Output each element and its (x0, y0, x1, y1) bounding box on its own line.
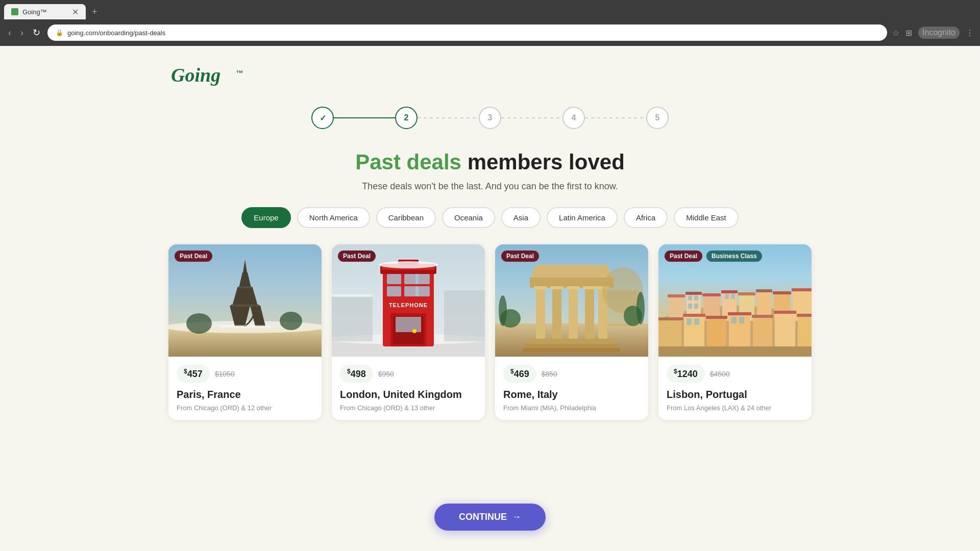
svg-rect-43 (552, 288, 561, 339)
deal-card-paris[interactable]: Past Deal $457 $1050 Paris, France From … (168, 244, 322, 420)
badge-past-deal-paris: Past Deal (175, 251, 212, 262)
svg-rect-86 (728, 312, 751, 315)
incognito-badge: Incognito (918, 27, 960, 39)
card-body-london: $498 $950 London, United Kingdom From Ch… (332, 357, 485, 420)
card-image-wrapper-rome: Past Deal (495, 244, 648, 357)
svg-rect-52 (528, 339, 615, 344)
filter-tab-caribbean[interactable]: Caribbean (376, 207, 436, 228)
logo: Going ™ (168, 61, 812, 91)
card-from-london: From Chicago (ORD) & 13 other (340, 404, 477, 412)
svg-rect-47 (534, 286, 547, 289)
svg-rect-25 (387, 286, 401, 296)
svg-rect-50 (583, 286, 596, 289)
progress-bar: ✓ 2 3 4 5 (168, 107, 812, 129)
svg-rect-94 (694, 295, 698, 300)
price-original-rome: $850 (542, 370, 557, 378)
svg-rect-92 (797, 314, 812, 317)
card-body-lisbon: $1240 $4500 Lisbon, Portugal From Los An… (658, 357, 812, 420)
continue-button[interactable]: CONTINUE → (434, 504, 546, 531)
address-bar[interactable]: 🔒 going.com/onboarding/past-deals (47, 24, 887, 41)
subtitle: These deals won't be the last. And you c… (168, 181, 812, 192)
svg-rect-54 (523, 348, 620, 352)
svg-rect-36 (444, 290, 485, 341)
continue-arrow: → (512, 512, 521, 522)
svg-rect-74 (756, 289, 772, 292)
continue-button-container: CONTINUE → (434, 504, 546, 531)
filter-tab-middle-east[interactable]: Middle East (674, 207, 738, 228)
price-original-london: $950 (378, 370, 394, 378)
filter-tab-latin-america[interactable]: Latin America (547, 207, 618, 228)
page-content: Going ™ ✓ 2 3 4 5 Past deals members lov… (158, 46, 822, 461)
svg-rect-90 (774, 311, 796, 314)
svg-point-60 (636, 292, 645, 324)
deal-card-rome[interactable]: Past Deal $469 $850 Rome, Italy From Mia… (495, 244, 648, 420)
price-original-lisbon: $4500 (710, 370, 730, 378)
price-row-lisbon: $1240 $4500 (667, 365, 803, 383)
svg-rect-24 (415, 274, 430, 284)
svg-rect-48 (550, 286, 564, 289)
svg-rect-35 (332, 295, 373, 341)
lock-icon: 🔒 (56, 29, 63, 36)
card-badges-lisbon: Past Deal Business Class (665, 251, 762, 262)
svg-rect-70 (721, 290, 738, 293)
price-current-lisbon: $1240 (667, 365, 705, 383)
browser-tab[interactable]: Going™ ✕ (4, 4, 86, 19)
filter-tab-africa[interactable]: Africa (624, 207, 668, 228)
forward-button[interactable]: › (18, 26, 26, 40)
svg-rect-42 (536, 288, 545, 339)
tab-close-button[interactable]: ✕ (72, 7, 79, 17)
step-connector-3-4 (501, 117, 562, 118)
step-connector-2-3 (418, 117, 479, 118)
extension-icon[interactable]: ⊞ (905, 28, 912, 38)
badge-past-deal-rome: Past Deal (501, 251, 539, 262)
svg-point-59 (499, 295, 507, 326)
svg-rect-95 (688, 304, 692, 309)
svg-rect-11 (237, 287, 253, 288)
svg-rect-45 (585, 288, 594, 339)
card-body-paris: $457 $1050 Paris, France From Chicago (O… (168, 357, 322, 420)
deal-card-lisbon[interactable]: Past Deal Business Class $1240 $4500 Lis… (658, 244, 812, 420)
svg-rect-68 (702, 293, 721, 296)
svg-rect-82 (683, 314, 705, 317)
svg-rect-103 (658, 346, 812, 357)
card-badges-rome: Past Deal (501, 251, 539, 262)
svg-rect-97 (725, 294, 729, 299)
deal-card-london[interactable]: TELEPHONE (332, 244, 485, 420)
back-button[interactable]: ‹ (6, 26, 13, 40)
card-image-wrapper-lisbon: Past Deal Business Class (658, 244, 812, 357)
svg-text:Going: Going (171, 64, 220, 86)
title-highlight: Past deals (355, 150, 461, 174)
browser-nav-bar: ‹ › ↻ 🔒 going.com/onboarding/past-deals … (0, 19, 980, 46)
card-from-paris: From Chicago (ORD) & 12 other (177, 404, 313, 412)
svg-rect-22 (387, 274, 401, 284)
more-menu-icon[interactable]: ⋮ (966, 28, 974, 38)
svg-rect-76 (773, 291, 791, 294)
new-tab-button[interactable]: + (88, 5, 102, 19)
logo-svg: Going ™ (168, 61, 250, 87)
svg-rect-63 (669, 295, 684, 321)
price-row-paris: $457 $1050 (177, 365, 313, 383)
filter-tab-north-america[interactable]: North America (297, 207, 370, 228)
price-row-rome: $469 $850 (503, 365, 640, 383)
svg-rect-93 (688, 295, 692, 300)
svg-rect-102 (739, 317, 744, 323)
card-image-wrapper-london: TELEPHONE (332, 244, 485, 357)
filter-tab-oceania[interactable]: Oceania (442, 207, 495, 228)
refresh-button[interactable]: ↻ (31, 25, 42, 40)
card-from-lisbon: From Los Angeles (LAX) & 24 other (667, 404, 803, 412)
filter-tabs: Europe North America Caribbean Oceania A… (168, 207, 812, 228)
svg-rect-101 (731, 317, 737, 323)
svg-rect-78 (792, 288, 812, 291)
bookmark-icon[interactable]: ☆ (892, 28, 899, 38)
card-image-wrapper-paris: Past Deal (168, 244, 322, 357)
svg-rect-98 (731, 294, 735, 299)
filter-tab-asia[interactable]: Asia (501, 207, 541, 228)
svg-rect-32 (396, 317, 421, 332)
progress-step-5: 5 (646, 107, 669, 129)
svg-rect-99 (687, 318, 692, 325)
svg-rect-72 (738, 292, 755, 295)
logo-text: Going ™ (168, 70, 250, 91)
filter-tab-europe[interactable]: Europe (241, 207, 290, 228)
card-city-paris: Paris, France (177, 388, 313, 401)
tab-favicon (11, 8, 18, 15)
